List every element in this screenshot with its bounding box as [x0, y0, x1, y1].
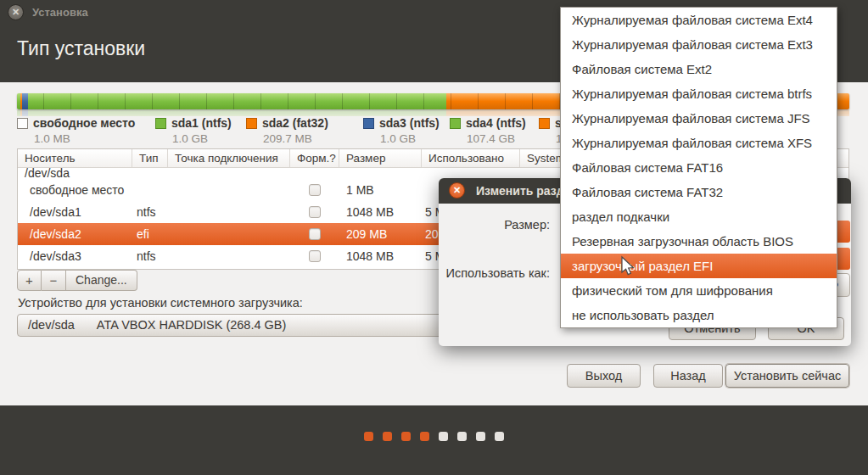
filesystem-menu-item[interactable]: не использовать раздел	[561, 303, 837, 327]
bootloader-device-value: /dev/sda	[28, 318, 75, 332]
format-checkbox[interactable]	[309, 206, 321, 218]
legend-label: sda2 (fat32)	[262, 116, 328, 130]
filesystem-menu-item[interactable]: Резервная загрузочная область BIOS	[561, 229, 837, 254]
filesystem-menu-item[interactable]: загрузочный раздел EFI	[561, 254, 837, 278]
progress-dot	[420, 432, 429, 441]
column-header: Тип	[132, 149, 168, 167]
legend-label: свободное место	[33, 116, 135, 130]
cell-device: свободное место	[30, 179, 124, 201]
window-close-button[interactable]: ✕	[8, 4, 24, 20]
footer	[0, 405, 868, 475]
legend-size: 1.0 GB	[172, 132, 232, 145]
filesystem-menu-item[interactable]: раздел подкачки	[561, 204, 837, 229]
filesystem-menu-item[interactable]: Файловая система FAT32	[561, 180, 837, 204]
filesystem-menu-item[interactable]: физический том для шифрования	[561, 278, 837, 303]
cell-size: 1 MB	[346, 179, 374, 201]
partition-toolbar: + − Change...	[17, 270, 137, 291]
dialog-close-button[interactable]: ✕	[449, 182, 465, 198]
cell-device: /dev/sda	[25, 168, 70, 179]
legend-label: sda3 (ntfs)	[379, 116, 440, 130]
quit-button[interactable]: Выход	[567, 364, 641, 388]
legend-swatch-icon	[17, 118, 28, 129]
progress-dots	[0, 432, 868, 441]
cell-type: ntfs	[137, 201, 156, 223]
bootloader-device-description: ATA VBOX HARDDISK (268.4 GB)	[97, 318, 286, 332]
legend-size: 209.7 MB	[263, 132, 328, 145]
use-as-label: Использовать как:	[439, 266, 550, 280]
legend-item: sda1 (ntfs)1.0 GB	[155, 115, 232, 145]
column-header: Форм.?	[290, 149, 339, 167]
cell-device: /dev/sda1	[30, 201, 81, 223]
format-checkbox[interactable]	[309, 250, 321, 262]
progress-dot	[401, 432, 411, 441]
cell-size: 209 MB	[346, 223, 387, 245]
cell-device: /dev/sda3	[30, 245, 81, 267]
legend-label: sda1 (ntfs)	[171, 116, 232, 130]
legend-item: sda2 (fat32)209.7 MB	[246, 115, 328, 145]
bootloader-device-label: Устройство для установки системного загр…	[18, 296, 303, 310]
filesystem-menu: Журналируемая файловая система Ext4Журна…	[560, 7, 837, 328]
legend-swatch-icon	[363, 118, 374, 129]
install-now-button[interactable]: Установить сейчас	[725, 364, 849, 388]
size-label: Размер:	[439, 218, 550, 232]
column-header: Использовано	[422, 149, 520, 167]
legend-swatch-icon	[539, 118, 550, 129]
legend-size: 1.0 GB	[380, 132, 440, 145]
filesystem-menu-item[interactable]: Журналируемая файловая система Ext4	[561, 8, 837, 32]
remove-partition-button[interactable]: −	[42, 270, 66, 291]
legend-item: sda3 (ntfs)1.0 GB	[363, 115, 440, 145]
cell-size: 1048 MB	[346, 245, 394, 267]
legend-item: sda4 (ntfs)107.4 GB	[450, 115, 526, 145]
change-partition-button[interactable]: Change...	[66, 270, 137, 291]
progress-dot	[495, 432, 504, 441]
cell-size: 1048 MB	[346, 201, 394, 223]
column-header: Носитель	[18, 149, 132, 167]
format-checkbox[interactable]	[309, 228, 321, 240]
filesystem-menu-item[interactable]: Журналируемая файловая система btrfs	[561, 81, 837, 106]
add-partition-button[interactable]: +	[17, 270, 42, 291]
legend-item: свободное место1.0 MB	[17, 115, 135, 145]
legend-size: 1.0 MB	[34, 132, 135, 145]
legend-swatch-icon	[155, 118, 166, 129]
progress-dot	[457, 432, 467, 441]
legend-swatch-icon	[246, 118, 257, 129]
cell-type: ntfs	[137, 245, 156, 267]
progress-dot	[383, 432, 392, 441]
cell-device: /dev/sda2	[30, 223, 81, 245]
filesystem-menu-item[interactable]: Журналируемая файловая система XFS	[561, 131, 837, 155]
filesystem-menu-item[interactable]: Журналируемая файловая система Ext3	[561, 32, 837, 57]
legend-label: sda4 (ntfs)	[466, 116, 526, 130]
legend-swatch-icon	[450, 118, 461, 129]
column-header: Точка подключения	[168, 149, 290, 167]
column-header: Размер	[339, 149, 422, 167]
filesystem-menu-item[interactable]: Файловая система FAT16	[561, 155, 837, 180]
page-title: Тип установки	[17, 37, 145, 60]
back-button[interactable]: Назад	[653, 364, 723, 388]
window-title: Установка	[32, 6, 88, 19]
cell-type: efi	[137, 223, 149, 245]
filesystem-menu-item[interactable]: Журналируемая файловая система JFS	[561, 106, 837, 131]
filesystem-menu-item[interactable]: Файловая система Ext2	[561, 57, 837, 81]
legend-size: 107.4 GB	[467, 132, 526, 145]
mouse-cursor	[619, 255, 639, 277]
progress-dot	[439, 432, 448, 441]
progress-dot	[476, 432, 485, 441]
progress-dot	[364, 432, 373, 441]
format-checkbox[interactable]	[309, 184, 321, 196]
